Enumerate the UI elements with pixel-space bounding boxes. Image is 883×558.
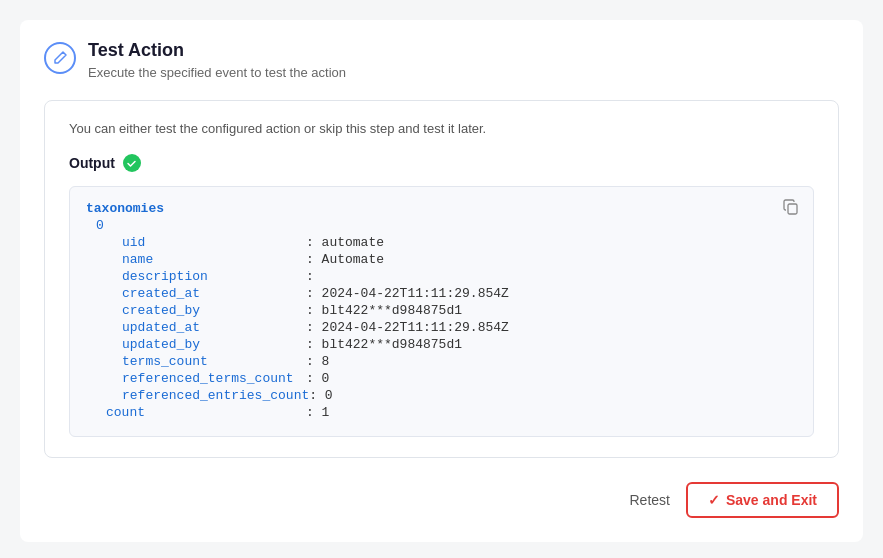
row-value: : 2024-04-22T11:11:29.854Z: [306, 286, 509, 301]
svg-rect-0: [788, 204, 797, 214]
row-key: created_by: [86, 303, 306, 318]
row-value: : 0: [309, 388, 332, 403]
content-card: You can either test the configured actio…: [44, 100, 839, 458]
output-data-row: description:: [86, 269, 797, 284]
row-value: : blt422***d984875d1: [306, 303, 462, 318]
retest-button[interactable]: Retest: [629, 492, 669, 508]
output-data-row: updated_at: 2024-04-22T11:11:29.854Z: [86, 320, 797, 335]
row-key: updated_by: [86, 337, 306, 352]
page-title: Test Action: [88, 40, 346, 61]
output-data-row: updated_by: blt422***d984875d1: [86, 337, 797, 352]
header-text: Test Action Execute the specified event …: [88, 40, 346, 80]
save-exit-button[interactable]: ✓ Save and Exit: [686, 482, 839, 518]
success-check-icon: [123, 154, 141, 172]
row-value: : automate: [306, 235, 384, 250]
output-label-row: Output: [69, 154, 814, 172]
save-exit-checkmark: ✓: [708, 492, 720, 508]
output-data-row: uid: automate: [86, 235, 797, 250]
index-label: 0: [96, 218, 104, 233]
step-icon: [44, 42, 76, 74]
count-value: : 1: [306, 405, 329, 420]
notice-text: You can either test the configured actio…: [69, 121, 814, 136]
output-data-row: name: Automate: [86, 252, 797, 267]
page-subtitle: Execute the specified event to test the …: [88, 65, 346, 80]
row-key: uid: [86, 235, 306, 250]
root-key-label: taxonomies: [86, 201, 164, 216]
row-key: updated_at: [86, 320, 306, 335]
row-key: referenced_terms_count: [86, 371, 306, 386]
row-value: :: [306, 269, 314, 284]
row-value: : 2024-04-22T11:11:29.854Z: [306, 320, 509, 335]
row-value: : 0: [306, 371, 329, 386]
output-data-row: created_by: blt422***d984875d1: [86, 303, 797, 318]
row-key: created_at: [86, 286, 306, 301]
copy-button[interactable]: [781, 197, 801, 220]
row-value: : blt422***d984875d1: [306, 337, 462, 352]
output-data-row: terms_count: 8: [86, 354, 797, 369]
edit-icon: [52, 50, 68, 66]
header-section: Test Action Execute the specified event …: [44, 40, 839, 80]
row-value: : 8: [306, 354, 329, 369]
output-data-row: referenced_entries_count: 0: [86, 388, 797, 403]
output-root-key-row: taxonomies: [86, 201, 797, 216]
output-data-row: referenced_terms_count: 0: [86, 371, 797, 386]
row-key: description: [86, 269, 306, 284]
row-key: name: [86, 252, 306, 267]
count-key: count: [86, 405, 306, 420]
output-label: Output: [69, 155, 115, 171]
footer-actions: Retest ✓ Save and Exit: [44, 478, 839, 518]
page-container: Test Action Execute the specified event …: [20, 20, 863, 542]
copy-icon: [783, 199, 799, 215]
output-data-row: created_at: 2024-04-22T11:11:29.854Z: [86, 286, 797, 301]
row-key: terms_count: [86, 354, 306, 369]
save-exit-label: Save and Exit: [726, 492, 817, 508]
output-box: taxonomies 0 uid: automatename: Automate…: [69, 186, 814, 437]
count-row: count : 1: [86, 405, 797, 420]
row-value: : Automate: [306, 252, 384, 267]
output-index-row: 0: [86, 218, 797, 233]
output-rows: uid: automatename: Automatedescription:c…: [86, 235, 797, 403]
row-key: referenced_entries_count: [86, 388, 309, 403]
